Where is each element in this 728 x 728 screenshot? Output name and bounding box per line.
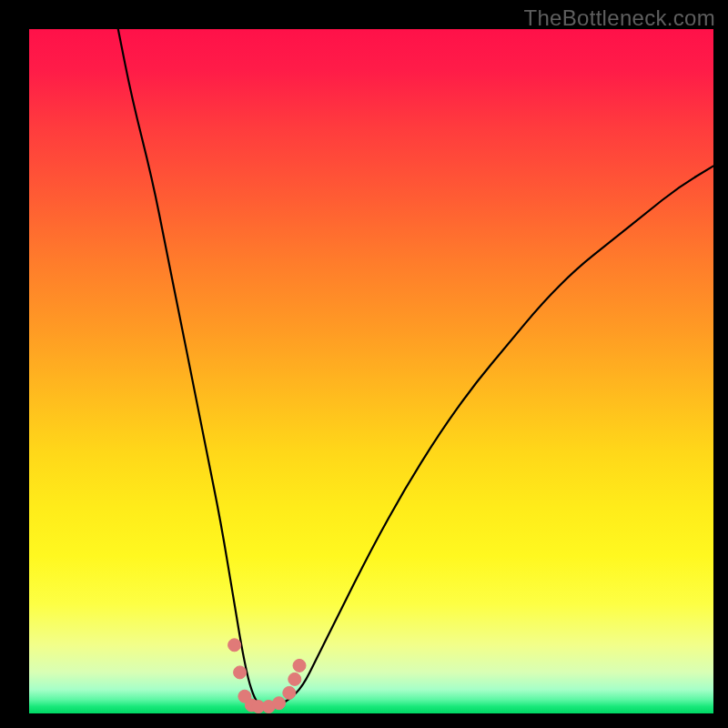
sample-dot (273, 697, 286, 710)
chart-svg (29, 29, 713, 713)
sample-dot (293, 659, 306, 672)
sample-dots-group (228, 639, 306, 713)
sample-dot (228, 639, 241, 652)
plot-area (29, 29, 713, 713)
sample-dot (288, 672, 301, 685)
watermark-label: TheBottleneck.com (523, 5, 715, 31)
sample-dot (234, 666, 247, 679)
outer-frame: TheBottleneck.com (0, 0, 728, 728)
bottleneck-curve-path (118, 29, 713, 707)
sample-dot (283, 686, 296, 699)
